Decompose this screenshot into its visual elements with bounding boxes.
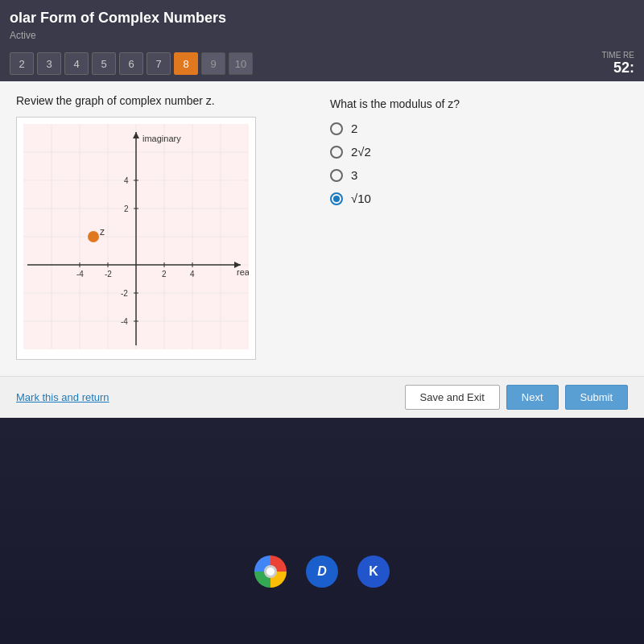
question-prompt-left: Review the graph of complex number z. [16, 94, 314, 107]
chrome-icon[interactable] [254, 555, 287, 588]
option-row-4[interactable]: √10 [330, 192, 628, 205]
option-row-2[interactable]: 2√2 [330, 145, 628, 159]
nav-btn-2[interactable]: 2 [10, 52, 34, 75]
k-app-label: K [369, 564, 378, 579]
save-exit-button[interactable]: Save and Exit [405, 385, 500, 410]
page-title: olar Form of Complex Numbers [10, 6, 634, 30]
quiz-status: Active [10, 30, 634, 46]
header: olar Form of Complex Numbers Active [0, 0, 644, 46]
svg-text:2: 2 [124, 204, 129, 213]
next-button[interactable]: Next [506, 385, 559, 410]
svg-text:imaginary: imaginary [142, 134, 181, 143]
nav-btn-3[interactable]: 3 [37, 52, 61, 75]
nav-btn-6[interactable]: 6 [119, 52, 143, 75]
right-panel: What is the modulus of z? 2 2√2 3 [330, 94, 628, 360]
option-label-1: 2 [351, 122, 357, 135]
svg-text:4: 4 [124, 176, 129, 185]
radio-3[interactable] [330, 169, 343, 182]
timer-value: 52: [601, 60, 634, 76]
mark-return-link[interactable]: Mark this and return [16, 391, 109, 403]
svg-text:z: z [100, 226, 105, 237]
question-area: Review the graph of complex number z. [0, 81, 644, 376]
nav-btn-8[interactable]: 8 [174, 52, 198, 75]
option-row-3[interactable]: 3 [330, 168, 628, 182]
question-nav: 2 3 4 5 6 7 8 9 10 TIME RE 52: [0, 46, 644, 81]
svg-text:-2: -2 [121, 289, 128, 298]
svg-text:-4: -4 [76, 270, 84, 279]
system-bar: D K [0, 547, 644, 596]
timer-label: TIME RE [601, 51, 634, 60]
blue-app-icon[interactable]: D [306, 555, 338, 588]
nav-buttons: 2 3 4 5 6 7 8 9 10 [10, 52, 253, 75]
timer: TIME RE 52: [601, 51, 634, 76]
nav-btn-4[interactable]: 4 [64, 52, 89, 75]
left-panel: Review the graph of complex number z. [16, 94, 314, 360]
radio-1[interactable] [330, 122, 343, 135]
svg-point-37 [88, 231, 99, 242]
radio-4[interactable] [330, 192, 343, 205]
svg-text:real: real [237, 267, 249, 277]
nav-btn-7[interactable]: 7 [147, 52, 171, 75]
graph-wrapper: real imaginary -4 -2 2 [16, 117, 256, 360]
svg-text:2: 2 [162, 270, 167, 279]
chrome-center [264, 565, 277, 578]
radio-4-fill [333, 196, 340, 202]
nav-btn-5[interactable]: 5 [92, 52, 116, 75]
footer-buttons: Save and Exit Next Submit [405, 385, 628, 410]
option-label-2: 2√2 [351, 145, 371, 159]
option-label-3: 3 [351, 168, 357, 182]
radio-2[interactable] [330, 146, 343, 159]
quiz-container: olar Form of Complex Numbers Active 2 3 … [0, 0, 644, 418]
footer: Mark this and return Save and Exit Next … [0, 376, 644, 418]
svg-text:-2: -2 [105, 270, 112, 279]
k-app-icon[interactable]: K [357, 555, 390, 588]
svg-text:-4: -4 [121, 317, 128, 326]
svg-text:4: 4 [190, 270, 195, 279]
option-label-4: √10 [351, 192, 371, 205]
complex-number-graph: real imaginary -4 -2 2 [23, 124, 249, 349]
submit-button[interactable]: Submit [565, 385, 628, 410]
nav-btn-10[interactable]: 10 [229, 52, 253, 75]
blue-app-label: D [317, 564, 327, 579]
nav-btn-9[interactable]: 9 [201, 52, 225, 75]
question-prompt-right: What is the modulus of z? [330, 97, 628, 110]
option-row-1[interactable]: 2 [330, 122, 628, 135]
